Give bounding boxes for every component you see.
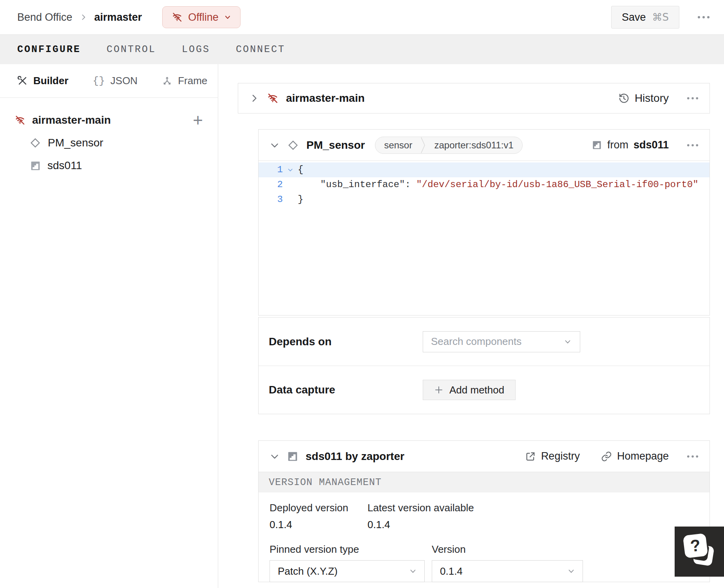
module-icon: [30, 160, 41, 171]
chevron-down-icon[interactable]: [270, 140, 280, 150]
depends-on-label: Depends on: [269, 335, 423, 348]
depends-on-select[interactable]: Search components: [423, 331, 580, 352]
mode-json-label: JSON: [110, 75, 138, 87]
braces-icon: {}: [93, 75, 105, 87]
chevron-down-icon: [567, 567, 576, 575]
tab-control[interactable]: CONTROL: [107, 44, 156, 55]
code-string-value: "/dev/serial/by-id/usb-1a86_USB_Serial-i…: [411, 177, 699, 192]
save-button-label: Save: [622, 11, 646, 23]
add-method-label: Add method: [449, 384, 504, 396]
machine-part-title: airmaster-main: [286, 92, 365, 105]
line-number: 1: [259, 162, 283, 177]
code-text: }: [298, 192, 303, 207]
chevron-down-icon[interactable]: [270, 451, 280, 462]
tree-item-label: PM_sensor: [48, 137, 103, 149]
homepage-link[interactable]: Homepage: [601, 450, 669, 462]
code-line-3: 3 }: [259, 192, 710, 207]
version-value: 0.1.4: [440, 565, 463, 577]
component-card: PM_sensor sensor zaporter:sds011:v1 from…: [258, 129, 710, 316]
component-attributes-panel: Depends on Search components Data captur…: [258, 317, 710, 414]
help-button[interactable]: ?: [675, 527, 724, 577]
history-label: History: [635, 92, 669, 105]
diamond-icon: [29, 137, 42, 149]
latest-version-value: 0.1.4: [367, 519, 474, 531]
axes-icon: [162, 76, 172, 86]
module-title: sds011 by zaporter: [306, 450, 404, 463]
mode-frame-label: Frame: [178, 75, 207, 87]
module-card: sds011 by zaporter Registry Homepage VER…: [258, 440, 710, 582]
link-icon: [601, 451, 612, 462]
history-button[interactable]: History: [618, 92, 669, 105]
code-line-2: 2 "usb_interface": "/dev/serial/by-id/us…: [259, 177, 710, 192]
top-header: Bend Office airmaster Offline Save ⌘S: [0, 0, 724, 34]
tree-item-pm-sensor[interactable]: PM_sensor: [0, 132, 218, 154]
tree-item-sds011[interactable]: sds011: [0, 154, 218, 177]
machine-part-card: airmaster-main History: [238, 83, 710, 114]
tools-icon: [17, 76, 28, 86]
add-method-button[interactable]: Add method: [423, 380, 516, 400]
tab-logs[interactable]: LOGS: [182, 44, 210, 55]
registry-link[interactable]: Registry: [525, 450, 580, 462]
header-overflow-menu-icon[interactable]: [697, 16, 710, 19]
mode-builder[interactable]: Builder: [17, 75, 69, 87]
registry-label: Registry: [541, 450, 580, 462]
module-icon: [592, 140, 602, 150]
version-dropdown[interactable]: 0.1.4: [432, 560, 583, 582]
tree-item-machine[interactable]: airmaster-main +: [0, 109, 218, 132]
component-tree: airmaster-main + PM_sensor sds011: [0, 98, 218, 177]
module-icon: [287, 451, 299, 462]
component-model-badge: zaporter:sds011:v1: [425, 140, 522, 151]
component-title: PM_sensor: [306, 139, 365, 152]
module-card-header: sds011 by zaporter Registry Homepage: [259, 441, 710, 472]
add-component-button[interactable]: +: [193, 112, 203, 129]
breadcrumb-machine[interactable]: airmaster: [94, 11, 142, 23]
pinned-version-type-dropdown[interactable]: Patch (X.Y.Z): [270, 560, 425, 582]
machine-status-badge[interactable]: Offline: [162, 6, 241, 28]
mode-builder-label: Builder: [33, 75, 69, 87]
from-label: from: [607, 139, 628, 151]
breadcrumb-org[interactable]: Bend Office: [17, 11, 72, 23]
pinned-version-type-label: Pinned version type: [270, 543, 432, 556]
tab-configure[interactable]: CONFIGURE: [17, 44, 81, 55]
homepage-label: Homepage: [617, 450, 669, 462]
version-label: Version: [432, 543, 466, 556]
main-tab-bar: CONFIGURE CONTROL LOGS CONNECT: [0, 34, 724, 64]
mode-json[interactable]: {} JSON: [93, 75, 138, 87]
component-type-model-badge: sensor zaporter:sds011:v1: [375, 137, 522, 154]
deployed-version-label: Deployed version: [270, 502, 367, 514]
tab-connect[interactable]: CONNECT: [236, 44, 285, 55]
latest-version-label: Latest version available: [367, 502, 474, 514]
attributes-json-editor[interactable]: 1 { 2 "usb_interface": "/dev/serial/by-i…: [259, 161, 710, 316]
chevron-down-icon: [563, 337, 572, 346]
fold-spacer: [283, 177, 298, 192]
fold-spacer: [283, 192, 298, 207]
wifi-off-icon: [171, 11, 183, 23]
module-menu-icon[interactable]: [687, 455, 699, 458]
chevron-down-icon: [224, 13, 232, 21]
mode-frame[interactable]: Frame: [162, 75, 207, 87]
question-mark-icon: ?: [683, 533, 708, 559]
diamond-icon: [287, 139, 299, 152]
history-icon: [618, 92, 630, 104]
depends-on-row: Depends on Search components: [259, 317, 710, 366]
data-capture-row: Data capture Add method: [259, 366, 710, 414]
component-type-badge: sensor: [375, 140, 421, 151]
badge-separator: [421, 137, 425, 154]
chevron-right-icon[interactable]: [249, 93, 259, 103]
external-link-icon: [525, 451, 536, 462]
depends-on-placeholder: Search components: [431, 335, 521, 348]
tree-item-label: sds011: [47, 159, 82, 172]
chevron-down-icon: [409, 567, 417, 575]
status-badge-label: Offline: [188, 11, 219, 23]
tree-item-label: airmaster-main: [32, 114, 111, 126]
fold-toggle-icon[interactable]: [283, 162, 298, 177]
component-card-header: PM_sensor sensor zaporter:sds011:v1 from…: [259, 130, 710, 161]
line-number: 3: [259, 192, 283, 207]
machine-part-menu-icon[interactable]: [687, 97, 699, 100]
from-module-link[interactable]: from sds011: [592, 139, 669, 151]
wifi-off-icon: [14, 114, 26, 126]
save-button[interactable]: Save ⌘S: [611, 6, 679, 29]
config-sidebar: Builder {} JSON Frame airmaster-main + P…: [0, 64, 218, 588]
pinned-version-type-value: Patch (X.Y.Z): [278, 565, 338, 577]
component-menu-icon[interactable]: [687, 144, 699, 147]
